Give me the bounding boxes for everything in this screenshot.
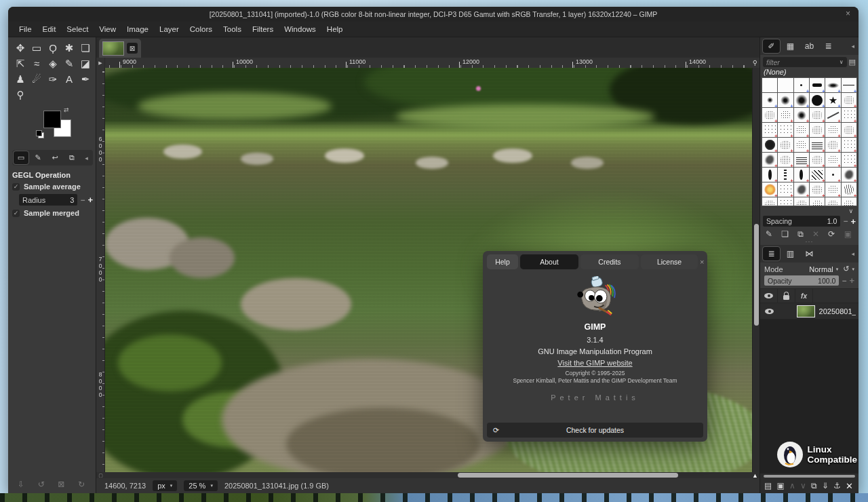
- brush-item[interactable]: +: [825, 182, 840, 197]
- unit-select[interactable]: px ▾: [153, 480, 177, 491]
- brush-item[interactable]: +: [810, 93, 825, 107]
- about-tab-help[interactable]: Help: [487, 254, 518, 269]
- layer-name[interactable]: 20250801_: [819, 307, 856, 315]
- brushes-dock-collapse-icon[interactable]: ◂: [851, 43, 856, 50]
- window-close-icon[interactable]: ×: [846, 9, 850, 18]
- brush-item[interactable]: +: [810, 78, 825, 92]
- mode-value[interactable]: Normal: [809, 265, 833, 273]
- eraser-tool[interactable]: ◪: [77, 56, 94, 71]
- new-layer-button[interactable]: ▤: [764, 481, 772, 490]
- menu-edit[interactable]: Edit: [37, 23, 62, 35]
- smudge-tool[interactable]: ☄: [28, 71, 45, 87]
- layer-row[interactable]: 20250801_: [760, 303, 859, 320]
- gimp-website-link[interactable]: Visit the GIMP website: [557, 359, 632, 367]
- layers-dock-collapse-icon[interactable]: ◂: [851, 250, 856, 257]
- vertical-scrollbar[interactable]: [752, 68, 760, 472]
- fuzzy-select-tool[interactable]: ✱: [61, 40, 77, 56]
- transform-tool[interactable]: ⇱: [12, 56, 28, 71]
- brush-item[interactable]: +: [842, 93, 856, 107]
- lower-layer-button[interactable]: ∨: [800, 481, 806, 490]
- opacity-decrease-button[interactable]: −: [842, 276, 846, 286]
- paths-tool[interactable]: ✑: [45, 71, 61, 87]
- brush-item[interactable]: [825, 197, 840, 206]
- brush-item[interactable]: ★+: [825, 93, 840, 107]
- quick-mask-toggle-icon[interactable]: ▢: [96, 472, 105, 478]
- toolbox-delete-icon[interactable]: ⊠: [58, 480, 64, 489]
- menu-layer[interactable]: Layer: [154, 23, 184, 35]
- layers-scrollbar-thumb[interactable]: [764, 475, 855, 478]
- layer-thumbnail[interactable]: [797, 305, 815, 317]
- mode-options-icon[interactable]: ▾: [852, 267, 854, 272]
- brush-item[interactable]: +: [825, 168, 840, 182]
- brush-item[interactable]: +: [778, 93, 793, 107]
- open-brush-button[interactable]: ▣: [844, 229, 852, 239]
- refresh-brushes-button[interactable]: ⟳: [828, 229, 835, 239]
- dock-grip[interactable]: ···: [760, 239, 859, 245]
- brush-item[interactable]: +: [842, 78, 856, 92]
- delete-layer-button[interactable]: ✕: [846, 481, 853, 491]
- opacity-slider[interactable]: Opacity 100.0: [764, 275, 839, 286]
- brush-item[interactable]: [778, 78, 793, 92]
- spacing-decrease-button[interactable]: −: [843, 216, 848, 226]
- brush-item[interactable]: +: [762, 93, 777, 107]
- check-for-updates-button[interactable]: ⟳ Check for updates: [487, 423, 703, 438]
- spacing-increase-button[interactable]: +: [850, 216, 856, 227]
- toolbox-save-icon[interactable]: ⇩: [18, 480, 24, 489]
- menu-tools[interactable]: Tools: [218, 23, 247, 35]
- about-tab-license[interactable]: License: [641, 254, 698, 269]
- opacity-increase-button[interactable]: +: [849, 275, 854, 286]
- brush-item[interactable]: +: [842, 123, 856, 137]
- radius-decrease-button[interactable]: −: [80, 195, 85, 205]
- brush-item[interactable]: +: [794, 123, 809, 137]
- radius-slider[interactable]: Radius 3: [19, 194, 77, 206]
- new-group-button[interactable]: ▣: [777, 481, 785, 490]
- brush-item[interactable]: +: [794, 168, 809, 182]
- brush-item[interactable]: +: [778, 153, 793, 167]
- tab-fonts[interactable]: ab: [801, 39, 818, 53]
- canvas-menu-icon[interactable]: ▶: [96, 58, 105, 68]
- brush-item[interactable]: [778, 197, 793, 206]
- zoom-tool[interactable]: ⚲: [12, 87, 28, 102]
- filter-chevron-icon[interactable]: ∨: [840, 59, 844, 65]
- zoom-select[interactable]: 25 % ▾: [184, 480, 218, 491]
- paintbrush-tool[interactable]: ✎: [61, 56, 77, 71]
- warp-tool[interactable]: ≈: [28, 56, 45, 71]
- tab-gradients[interactable]: ≣: [820, 39, 837, 53]
- brush-item[interactable]: +: [762, 123, 777, 137]
- menu-file[interactable]: File: [14, 23, 37, 35]
- brush-item[interactable]: +: [825, 153, 840, 167]
- mode-dropdown-icon[interactable]: ▾: [836, 267, 839, 272]
- brush-item[interactable]: [794, 197, 809, 206]
- move-tool[interactable]: ✥: [12, 40, 28, 56]
- crop-tool[interactable]: ❏: [77, 40, 94, 56]
- dock-tab-tool-options[interactable]: ▭: [14, 151, 28, 164]
- color-picker-tool[interactable]: ✒: [77, 71, 94, 87]
- menu-help[interactable]: Help: [321, 23, 349, 35]
- horizontal-scrollbar[interactable]: [105, 472, 751, 478]
- layer-visibility-icon[interactable]: [765, 309, 774, 314]
- toolbox-reset-icon[interactable]: ↻: [78, 480, 85, 489]
- brush-item[interactable]: +: [810, 138, 825, 152]
- swap-colors-icon[interactable]: ⇄: [64, 107, 69, 113]
- image-tab[interactable]: ⊠: [99, 39, 141, 58]
- brush-item[interactable]: +: [810, 153, 825, 167]
- brush-item[interactable]: +: [825, 138, 840, 152]
- tab-brushes[interactable]: ✐: [763, 39, 780, 53]
- brush-item[interactable]: +: [794, 138, 809, 152]
- dock-tab-images[interactable]: ⧉: [64, 151, 79, 164]
- dock-collapse-icon[interactable]: ◂: [81, 151, 92, 164]
- foreground-color-swatch[interactable]: [43, 111, 61, 128]
- tab-patterns[interactable]: ▦: [782, 39, 799, 53]
- image-tab-close-icon[interactable]: ⊠: [127, 43, 138, 54]
- brush-item[interactable]: +: [794, 182, 809, 197]
- menu-view[interactable]: View: [94, 23, 121, 35]
- visibility-header-cell[interactable]: [760, 288, 778, 303]
- brush-item[interactable]: +: [810, 182, 825, 197]
- horizontal-scrollbar-thumb[interactable]: [458, 473, 678, 478]
- merge-down-button[interactable]: ⇓: [822, 481, 829, 490]
- brush-item[interactable]: [842, 197, 856, 206]
- edit-brush-button[interactable]: ✎: [766, 229, 772, 239]
- brush-grid-expander[interactable]: ∨: [760, 206, 859, 215]
- menu-colors[interactable]: Colors: [184, 23, 218, 35]
- delete-brush-button[interactable]: ✕: [812, 229, 819, 239]
